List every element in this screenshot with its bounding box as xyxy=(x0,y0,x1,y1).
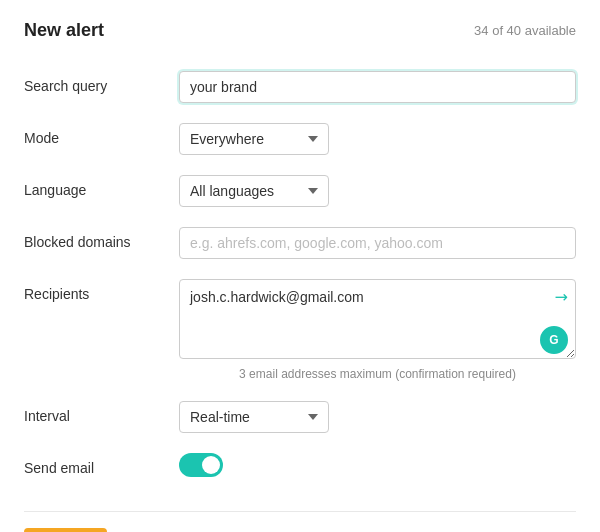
search-query-row: Search query xyxy=(24,61,576,113)
recipients-hint: 3 email addresses maximum (confirmation … xyxy=(179,367,576,381)
recipients-wrapper: josh.c.hardwick@gmail.com ↗ G xyxy=(179,279,576,362)
search-query-label: Search query xyxy=(24,71,179,94)
gravatar-icon: G xyxy=(540,326,568,354)
card-header: New alert 34 of 40 available xyxy=(24,20,576,41)
recipients-row: Recipients josh.c.hardwick@gmail.com ↗ G… xyxy=(24,269,576,391)
interval-wrap: Real-time Once a day Once a week xyxy=(179,401,576,433)
add-button[interactable]: Add xyxy=(24,528,107,532)
mode-row: Mode Everywhere News only Blogs only xyxy=(24,113,576,165)
interval-label: Interval xyxy=(24,401,179,424)
recipients-label: Recipients xyxy=(24,279,179,302)
blocked-domains-label: Blocked domains xyxy=(24,227,179,250)
language-row: Language All languages English Spanish F… xyxy=(24,165,576,217)
cancel-button[interactable]: Cancel xyxy=(119,528,195,532)
recipients-textarea[interactable]: josh.c.hardwick@gmail.com xyxy=(179,279,576,359)
send-email-row: Send email xyxy=(24,443,576,487)
interval-row: Interval Real-time Once a day Once a wee… xyxy=(24,391,576,443)
blocked-domains-input[interactable] xyxy=(179,227,576,259)
toggle-slider xyxy=(179,453,223,477)
blocked-domains-wrap xyxy=(179,227,576,259)
available-count: 34 of 40 available xyxy=(474,23,576,38)
search-query-input[interactable] xyxy=(179,71,576,103)
interval-select[interactable]: Real-time Once a day Once a week xyxy=(179,401,329,433)
new-alert-card: New alert 34 of 40 available Search quer… xyxy=(0,0,600,532)
mode-wrap: Everywhere News only Blogs only xyxy=(179,123,576,155)
search-query-wrap xyxy=(179,71,576,103)
mode-select[interactable]: Everywhere News only Blogs only xyxy=(179,123,329,155)
language-label: Language xyxy=(24,175,179,198)
card-footer: Add Cancel xyxy=(24,511,576,532)
language-wrap: All languages English Spanish French xyxy=(179,175,576,207)
form-body: Search query Mode Everywhere News only B… xyxy=(24,61,576,487)
send-email-wrap xyxy=(179,453,576,477)
language-select[interactable]: All languages English Spanish French xyxy=(179,175,329,207)
send-email-toggle[interactable] xyxy=(179,453,223,477)
mode-label: Mode xyxy=(24,123,179,146)
recipients-wrap: josh.c.hardwick@gmail.com ↗ G 3 email ad… xyxy=(179,279,576,381)
send-email-label: Send email xyxy=(24,453,179,476)
blocked-domains-row: Blocked domains xyxy=(24,217,576,269)
page-title: New alert xyxy=(24,20,104,41)
